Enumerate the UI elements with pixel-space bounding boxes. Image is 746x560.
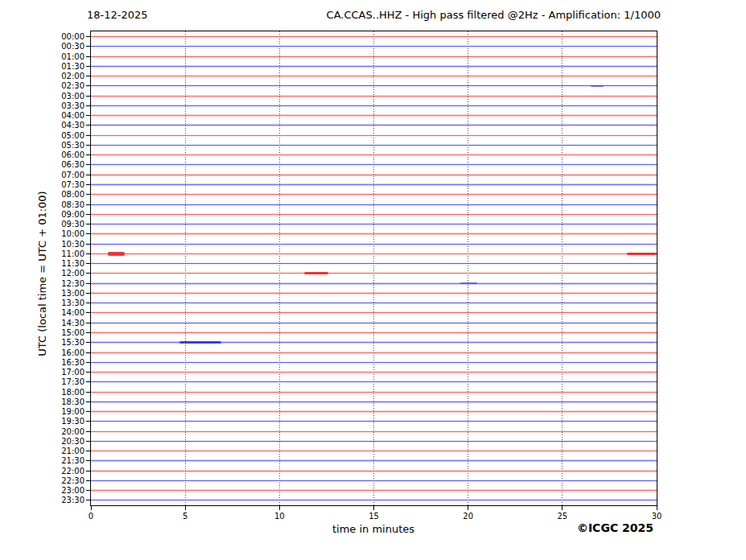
trace-12:00 <box>91 273 657 274</box>
ytick-09:30 <box>86 224 90 224</box>
seismic-event-15:30 <box>179 341 221 344</box>
ytick-10:30 <box>86 244 90 245</box>
ytick-10:00 <box>86 233 90 234</box>
trace-13:00 <box>91 293 657 294</box>
ytick-07:30 <box>86 184 90 185</box>
ytick-label-13:00: 13:00 <box>49 289 84 298</box>
ytick-05:30 <box>86 145 90 146</box>
ytick-label-08:00: 08:00 <box>49 190 84 199</box>
trace-00:00 <box>91 36 657 37</box>
trace-16:30 <box>91 362 657 363</box>
ytick-label-12:30: 12:30 <box>49 279 84 288</box>
ytick-19:00 <box>86 411 90 412</box>
ytick-label-15:30: 15:30 <box>49 338 84 347</box>
ytick-label-09:30: 09:30 <box>49 220 84 229</box>
ytick-label-05:00: 05:00 <box>49 131 84 140</box>
trace-06:30 <box>91 164 657 165</box>
ytick-21:30 <box>86 460 90 461</box>
copyright: ©ICGC 2025 <box>577 521 653 534</box>
xtick-label-15: 15 <box>361 512 388 521</box>
ytick-03:00 <box>86 96 90 97</box>
trace-06:00 <box>91 154 657 155</box>
ytick-label-20:30: 20:30 <box>49 437 84 446</box>
seismic-event-12:00 <box>304 272 328 274</box>
ytick-18:00 <box>86 392 90 393</box>
ytick-22:00 <box>86 471 90 471</box>
ytick-label-02:30: 02:30 <box>49 81 84 90</box>
ytick-02:30 <box>86 85 90 86</box>
xtick-30 <box>657 506 657 510</box>
trace-18:00 <box>91 392 657 393</box>
ytick-17:30 <box>86 381 90 382</box>
ytick-label-00:30: 00:30 <box>49 42 84 51</box>
ytick-11:00 <box>86 253 90 254</box>
ytick-12:00 <box>86 273 90 274</box>
trace-21:00 <box>91 451 657 451</box>
ytick-21:00 <box>86 451 90 451</box>
trace-05:30 <box>91 145 657 146</box>
ytick-label-19:30: 19:30 <box>49 417 84 426</box>
ytick-label-16:00: 16:00 <box>49 348 84 357</box>
ytick-label-11:00: 11:00 <box>49 249 84 258</box>
seismic-event-11:00 <box>627 253 657 255</box>
ytick-13:00 <box>86 293 90 294</box>
ytick-23:30 <box>86 500 90 500</box>
trace-13:30 <box>91 303 657 303</box>
seismogram-figure: 18-12-2025 CA.CCAS..HHZ - High pass filt… <box>0 0 746 560</box>
trace-11:00 <box>91 253 657 254</box>
ytick-label-00:00: 00:00 <box>49 32 84 41</box>
ytick-20:30 <box>86 441 90 442</box>
ytick-label-18:00: 18:00 <box>49 388 84 397</box>
ytick-label-16:30: 16:30 <box>49 358 84 367</box>
ytick-label-10:30: 10:30 <box>49 240 84 249</box>
ytick-label-11:30: 11:30 <box>49 259 84 268</box>
ytick-06:30 <box>86 164 90 165</box>
ytick-label-22:30: 22:30 <box>49 476 84 485</box>
trace-17:00 <box>91 372 657 373</box>
trace-00:30 <box>91 46 657 47</box>
trace-14:00 <box>91 312 657 313</box>
ytick-20:00 <box>86 431 90 432</box>
trace-20:30 <box>91 441 657 442</box>
ytick-07:00 <box>86 175 90 175</box>
ytick-label-01:00: 01:00 <box>49 52 84 61</box>
trace-08:30 <box>91 204 657 205</box>
gridline-10min <box>279 31 280 505</box>
ytick-01:00 <box>86 56 90 57</box>
gridline-5min <box>185 31 186 505</box>
ytick-label-14:00: 14:00 <box>49 308 84 317</box>
ytick-label-22:00: 22:00 <box>49 467 84 476</box>
ytick-22:30 <box>86 480 90 481</box>
trace-21:30 <box>91 460 657 461</box>
xtick-label-20: 20 <box>455 512 482 521</box>
trace-05:00 <box>91 135 657 136</box>
xtick-label-5: 5 <box>171 512 199 521</box>
ytick-02:00 <box>86 76 90 76</box>
ytick-label-13:30: 13:30 <box>49 299 84 307</box>
ytick-label-10:00: 10:00 <box>49 229 84 238</box>
ytick-label-07:00: 07:00 <box>49 171 84 179</box>
ytick-label-19:00: 19:00 <box>49 407 84 416</box>
gridline-20min <box>468 31 468 505</box>
ytick-04:30 <box>86 125 90 126</box>
seismic-event-12:30 <box>460 282 477 284</box>
ytick-00:00 <box>86 36 90 37</box>
ytick-13:30 <box>86 303 90 303</box>
trace-11:30 <box>91 263 657 264</box>
seismic-event-02:30 <box>591 85 604 87</box>
ytick-23:00 <box>86 490 90 491</box>
ytick-06:00 <box>86 154 90 155</box>
trace-18:30 <box>91 401 657 402</box>
trace-09:00 <box>91 214 657 215</box>
xtick-15 <box>373 506 374 510</box>
ytick-16:30 <box>86 362 90 363</box>
ytick-18:30 <box>86 401 90 402</box>
ytick-label-01:30: 01:30 <box>49 62 84 71</box>
xtick-5 <box>185 506 186 510</box>
ytick-label-23:00: 23:00 <box>49 486 84 495</box>
ytick-label-12:00: 12:00 <box>49 269 84 278</box>
ytick-14:30 <box>86 323 90 323</box>
ytick-00:30 <box>86 46 90 47</box>
ytick-11:30 <box>86 263 90 264</box>
trace-02:00 <box>91 76 657 76</box>
